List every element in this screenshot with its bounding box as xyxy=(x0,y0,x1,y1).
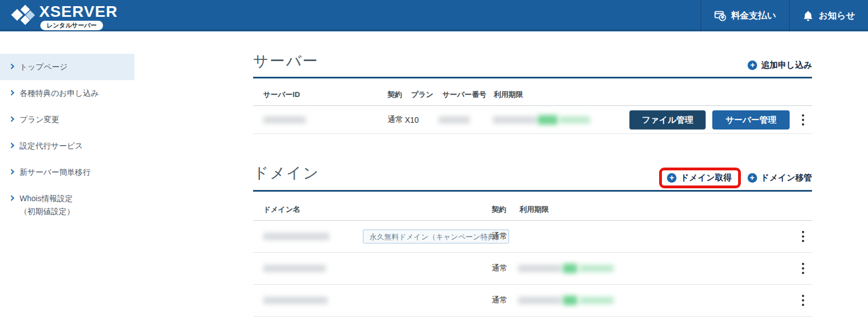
sidebar-item-label: 各種特典のお申し込み xyxy=(20,88,99,99)
xserver-diamond-icon xyxy=(12,4,35,27)
free-domain-badge: 永久無料ドメイン（キャンペーン特典） xyxy=(363,230,509,244)
payment-icon: ¥ xyxy=(714,10,726,22)
chevron-right-icon xyxy=(9,169,15,175)
rental-server-badge: レンタルサーバー xyxy=(40,21,103,30)
file-manage-button[interactable]: ファイル管理 xyxy=(629,110,706,129)
sidebar-item-label: プラン変更 xyxy=(20,114,59,125)
domain-get-link[interactable]: + ドメイン取得 xyxy=(667,173,731,183)
sidebar-item-benefits[interactable]: 各種特典のお申し込み xyxy=(0,80,134,106)
chevron-right-icon xyxy=(9,196,15,201)
domain-contract: 通常 xyxy=(492,295,507,305)
server-section-header: サーバー + 追加申し込み xyxy=(253,54,812,77)
news-button[interactable]: お知らせ xyxy=(789,0,868,31)
header-actions: ¥ 料金支払い お知らせ xyxy=(701,0,868,31)
domain-section: ドメイン + ドメイン取得 + ドメイン移管 ドメイン名 契約 利用期限 xyxy=(253,166,812,317)
col-plan: プラン xyxy=(411,90,433,100)
main-content: サーバー + 追加申し込み サーバーID 契約 プラン サーバー番号 利用期限 … xyxy=(253,54,812,317)
brand-name: XSERVER xyxy=(39,3,118,20)
svg-text:¥: ¥ xyxy=(721,15,724,20)
redacted-server-id xyxy=(263,116,306,123)
add-server-label: 追加申し込み xyxy=(761,60,812,71)
domain-table-header: ドメイン名 契約 利用期限 xyxy=(253,192,812,221)
server-manage-button[interactable]: サーバー管理 xyxy=(712,110,790,129)
redacted-expiry-extra xyxy=(559,116,590,123)
domain-table-row: 通常 xyxy=(253,253,812,285)
server-contract: 通常 xyxy=(388,115,403,125)
sidebar: トップページ 各種特典のお申し込み プラン変更 設定代行サービス 新サーバー簡単… xyxy=(0,54,134,225)
domain-get-label: ドメイン取得 xyxy=(680,173,731,183)
sidebar-item-label: トップページ xyxy=(20,62,68,72)
add-server-link[interactable]: + 追加申し込み xyxy=(748,60,812,71)
domain-contract: 通常 xyxy=(492,263,507,273)
redacted-expiry-date xyxy=(518,297,562,304)
sidebar-item-top-page[interactable]: トップページ xyxy=(0,54,134,80)
col-server-id: サーバーID xyxy=(263,90,300,100)
domain-table-row: 通常 xyxy=(253,285,812,317)
sidebar-item-setup-service[interactable]: 設定代行サービス xyxy=(0,133,134,159)
sidebar-item-whois[interactable]: Whois情報設定 （初期値設定） xyxy=(0,185,134,225)
kebab-menu-icon[interactable] xyxy=(800,229,806,244)
server-plan: X10 xyxy=(405,115,419,124)
server-table-row: 通常 X10 ファイル管理 サーバー管理 xyxy=(253,106,812,134)
domain-transfer-link[interactable]: + ドメイン移管 xyxy=(748,173,812,183)
plus-icon: + xyxy=(667,173,676,183)
domain-section-title: ドメイン xyxy=(253,163,320,183)
redacted-expiry-date xyxy=(493,116,536,123)
domain-transfer-label: ドメイン移管 xyxy=(761,173,812,183)
domain-section-header: ドメイン + ドメイン取得 + ドメイン移管 xyxy=(253,166,812,190)
xserver-logo[interactable]: XSERVER レンタルサーバー xyxy=(12,3,118,30)
col-domain-name: ドメイン名 xyxy=(263,205,300,215)
sidebar-item-server-migration[interactable]: 新サーバー簡単移行 xyxy=(0,159,134,185)
redacted-status-badge xyxy=(563,264,577,273)
col-server-number: サーバー番号 xyxy=(442,90,487,100)
sidebar-item-plan-change[interactable]: プラン変更 xyxy=(0,106,134,133)
redacted-status-badge xyxy=(538,115,558,124)
plus-icon: + xyxy=(748,173,757,183)
domain-contract: 通常 xyxy=(492,231,507,242)
redacted-domain-name xyxy=(263,265,326,272)
kebab-menu-icon[interactable] xyxy=(800,112,806,128)
chevron-right-icon xyxy=(9,64,15,69)
news-label: お知らせ xyxy=(819,10,855,22)
redacted-expiry-extra xyxy=(579,265,614,272)
redacted-status-badge xyxy=(563,296,577,305)
app-header: XSERVER レンタルサーバー ¥ 料金支払い お知 xyxy=(0,0,868,31)
kebab-menu-icon[interactable] xyxy=(800,261,806,276)
redacted-server-number xyxy=(438,116,470,123)
domain-table-row: 永久無料ドメイン（キャンペーン特典） 通常 xyxy=(253,221,812,253)
col-expiry: 利用期限 xyxy=(520,205,549,215)
server-section-title: サーバー xyxy=(253,51,319,71)
plus-icon: + xyxy=(748,61,757,70)
sidebar-item-label: 新サーバー簡単移行 xyxy=(20,167,91,178)
chevron-right-icon xyxy=(9,117,15,122)
redacted-domain-name xyxy=(263,233,329,240)
sidebar-item-label: Whois情報設定 （初期値設定） xyxy=(20,193,74,217)
red-highlight-annotation: + ドメイン取得 xyxy=(659,168,740,188)
payment-label: 料金支払い xyxy=(731,10,776,22)
col-contract: 契約 xyxy=(492,205,506,215)
kebab-menu-icon[interactable] xyxy=(800,293,806,308)
col-contract: 契約 xyxy=(388,90,402,100)
chevron-right-icon xyxy=(9,90,15,96)
server-table-header: サーバーID 契約 プラン サーバー番号 利用期限 xyxy=(253,78,812,106)
sidebar-item-label: 設定代行サービス xyxy=(20,141,83,151)
bell-icon xyxy=(802,10,814,21)
redacted-domain-name xyxy=(263,297,328,304)
redacted-expiry-extra xyxy=(579,297,614,304)
redacted-expiry-date xyxy=(518,265,562,272)
payment-button[interactable]: ¥ 料金支払い xyxy=(701,0,789,31)
chevron-right-icon xyxy=(9,143,15,149)
col-expiry: 利用期限 xyxy=(494,90,523,100)
